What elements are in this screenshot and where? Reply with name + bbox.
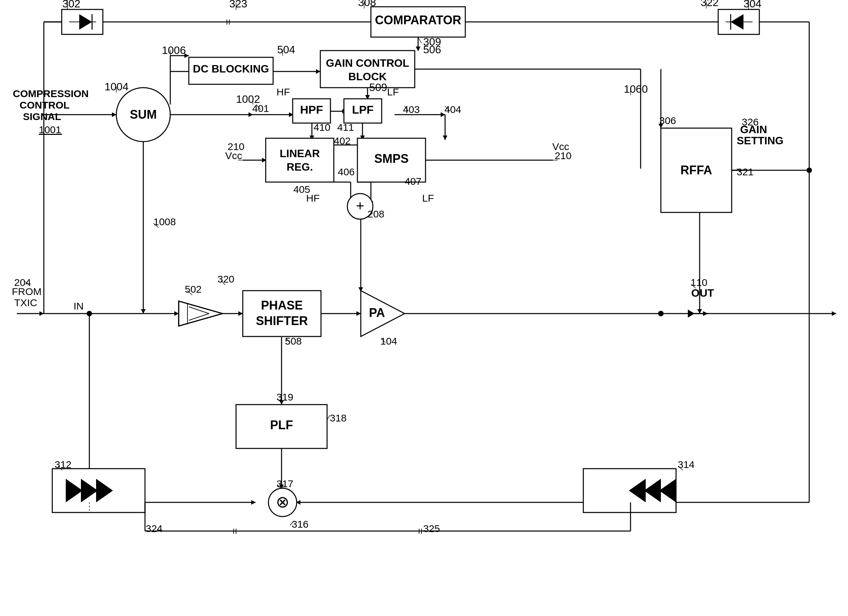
linearreg-label2: REG. bbox=[287, 161, 313, 173]
label-401: 401 bbox=[252, 103, 269, 114]
svg-rect-100 bbox=[266, 138, 334, 182]
svg-point-67 bbox=[806, 167, 812, 173]
label-306: 306 bbox=[659, 115, 676, 126]
label-502: 502 bbox=[185, 284, 202, 295]
label-txic: TXIC bbox=[14, 297, 37, 308]
label-210-right: 210 bbox=[554, 150, 572, 161]
label-508: 508 bbox=[285, 336, 302, 346]
label-gainsetting1: GAIN bbox=[740, 123, 767, 136]
mixer-label: ⊗ bbox=[276, 493, 289, 511]
label-compression3: SIGNAL bbox=[23, 111, 61, 122]
label-322: 322 bbox=[701, 0, 719, 9]
label-110: 110 bbox=[691, 277, 707, 288]
label-1006: 1006 bbox=[162, 44, 186, 56]
rffa-label: RFFA bbox=[680, 163, 712, 177]
comparator-label: COMPARATOR bbox=[375, 13, 461, 27]
svg-rect-108 bbox=[243, 291, 321, 336]
label-321: 321 bbox=[737, 166, 753, 177]
label-319: 319 bbox=[276, 391, 294, 403]
label-504: 504 bbox=[277, 43, 295, 56]
label-410: 410 bbox=[314, 122, 331, 133]
gaincontrol-label2: BLOCK bbox=[348, 71, 387, 83]
label-208: 208 bbox=[368, 208, 384, 219]
sum-label: SUM bbox=[130, 108, 157, 121]
label-407: 407 bbox=[405, 176, 421, 187]
label-out: OUT bbox=[691, 287, 714, 299]
label-LF-lpf: LF bbox=[387, 86, 399, 98]
label-vcc-left: Vcc bbox=[225, 150, 242, 161]
linearreg-label1: LINEAR bbox=[280, 147, 320, 160]
label-compression1: COMPRESSION bbox=[13, 88, 89, 99]
label-509: 509 bbox=[369, 81, 387, 93]
label-lf-bottom: LF bbox=[422, 192, 434, 204]
label-402: 402 bbox=[334, 135, 351, 146]
label-317: 317 bbox=[276, 478, 294, 489]
label-314: 314 bbox=[678, 459, 695, 470]
label-1001: 1001 bbox=[39, 124, 61, 135]
svg-point-70 bbox=[658, 311, 664, 316]
label-104: 104 bbox=[380, 336, 397, 346]
label-from: FROM bbox=[12, 286, 42, 297]
diagram-svg: COMPARATOR DC BLOCKING GAIN CONTROL BLOC… bbox=[0, 0, 848, 616]
label-HF-hpf: HF bbox=[276, 86, 290, 98]
label-312: 312 bbox=[55, 459, 71, 470]
lpf-label: LPF bbox=[352, 103, 374, 116]
label-in: IN bbox=[74, 301, 84, 311]
label-406: 406 bbox=[338, 166, 355, 177]
phaseshifter-label2: SHIFTER bbox=[256, 314, 308, 328]
label-1008: 1008 bbox=[153, 216, 176, 227]
dcblocking-label: DC BLOCKING bbox=[193, 63, 269, 75]
label-404: 404 bbox=[445, 104, 461, 115]
plf-label: PLF bbox=[270, 418, 293, 432]
label-506: 506 bbox=[423, 43, 441, 56]
label-304: 304 bbox=[743, 0, 761, 10]
label-compression2: CONTROL bbox=[19, 99, 70, 111]
label-308: 308 bbox=[358, 0, 376, 9]
label-316: 316 bbox=[292, 518, 308, 530]
adder-label: + bbox=[356, 198, 365, 214]
gaincontrol-label1: GAIN CONTROL bbox=[326, 57, 409, 69]
hpf-label: HPF bbox=[300, 103, 323, 116]
label-318: 318 bbox=[330, 412, 347, 424]
phaseshifter-label1: PHASE bbox=[261, 298, 303, 312]
circuit-diagram: COMPARATOR DC BLOCKING GAIN CONTROL BLOC… bbox=[0, 0, 848, 616]
label-hf-bottom: HF bbox=[306, 192, 320, 204]
smps-label: SMPS bbox=[374, 152, 409, 166]
pa-label: PA bbox=[369, 306, 385, 320]
label-324: 324 bbox=[146, 523, 163, 534]
label-323: 323 bbox=[229, 0, 247, 10]
label-403: 403 bbox=[403, 104, 420, 115]
label-302: 302 bbox=[62, 0, 80, 10]
label-gainsetting2: SETTING bbox=[737, 135, 784, 147]
label-325: 325 bbox=[423, 523, 440, 534]
label-1060: 1060 bbox=[624, 83, 648, 95]
label-411: 411 bbox=[337, 122, 354, 133]
label-320: 320 bbox=[218, 274, 234, 284]
